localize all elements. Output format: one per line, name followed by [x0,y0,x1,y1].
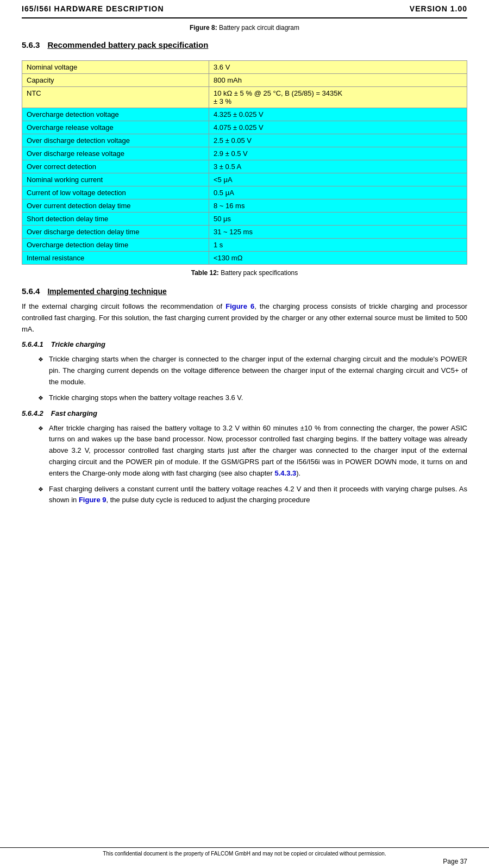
table-row: Overcharge detection voltage4.325 ± 0.02… [22,108,467,121]
table-row: Overcharge release voltage4.075 ± 0.025 … [22,121,467,134]
header-version: VERSION 1.00 [410,4,467,13]
table-caption-text: Battery pack specifications [221,269,298,277]
table-cell-value: 3 ± 0.5 A [209,160,467,173]
fast-bullet-1: After trickle charging has raised the ba… [38,423,467,479]
table-cell-label: Nominal working current [22,173,209,186]
table-cell-label: Over correct detection [22,160,209,173]
table-cell-value: 31 ~ 125 ms [209,226,467,239]
trickle-bullet-1: Trickle charging starts when the charger… [38,354,467,388]
table-row: Over discharge detection delay time31 ~ … [22,226,467,239]
table-cell-label: Over discharge release voltage [22,147,209,160]
section-563-number: 5.6.3 [22,40,40,49]
table-cell-value: 1 s [209,239,467,252]
fast-charging-bullets: After trickle charging has raised the ba… [38,423,467,507]
trickle-bullet-2: Trickle charging stops when the battery … [38,392,467,404]
table-row: Over discharge release voltage2.9 ± 0.5 … [22,147,467,160]
section-5642-number: 5.6.4.2 [22,409,43,417]
table-row: NTC10 kΩ ± 5 % @ 25 °C, B (25/85) = 3435… [22,87,467,108]
table-cell-label: NTC [22,87,209,108]
table-caption: Table 12: Battery pack specifications [22,269,467,277]
table-cell-value: 800 mAh [209,74,467,87]
trickle-charging-bullets: Trickle charging starts when the charger… [38,354,467,403]
table-cell-label: Current of low voltage detection [22,186,209,199]
figure-label: Figure 8: [190,24,217,32]
header-title: I65/I56I HARDWARE DESCRIPTION [22,4,164,13]
table-row: Over correct detection3 ± 0.5 A [22,160,467,173]
table-cell-label: Overcharge release voltage [22,121,209,134]
table-cell-value: <130 mΩ [209,252,467,265]
section-564-heading-row: 5.6.4 Implemented charging technique [22,286,467,296]
table-cell-value: 4.075 ± 0.025 V [209,121,467,134]
section-563-heading-row: 5.6.3 Recommended battery pack specifica… [22,40,467,55]
spec-table: Nominal voltage3.6 VCapacity800 mAhNTC10… [22,60,467,265]
section-564-paragraph: If the external charging circuit follows… [22,301,467,335]
section-563-heading: Recommended battery pack specification [47,40,208,49]
figure-caption: Figure 8: Battery pack circuit diagram [22,24,467,32]
table-cell-label: Over discharge detection delay time [22,226,209,239]
table-row: Overcharge detection delay time1 s [22,239,467,252]
table-cell-value: 2.5 ± 0.05 V [209,134,467,147]
table-cell-label: Over current detection delay time [22,199,209,213]
page-header: I65/I56I HARDWARE DESCRIPTION VERSION 1.… [22,0,467,18]
table-row: Short detection delay time50 μs [22,213,467,226]
table-cell-value: 0.5 μA [209,186,467,199]
table-cell-label: Capacity [22,74,209,87]
page-footer: This confidential document is the proper… [0,847,489,868]
table-cell-value: <5 μA [209,173,467,186]
ref-fig9: Figure 9 [79,496,106,504]
table-caption-label: Table 12: [191,269,221,277]
section-5641-heading-row: 5.6.4.1 Trickle charging [22,340,467,348]
table-cell-label: Overcharge detection voltage [22,108,209,121]
table-cell-value: 2.9 ± 0.5 V [209,147,467,160]
table-row: Nominal voltage3.6 V [22,61,467,74]
table-cell-value: 4.325 ± 0.025 V [209,108,467,121]
figure6-ref: Figure 6 [225,302,254,310]
table-cell-value: 10 kΩ ± 5 % @ 25 °C, B (25/85) = 3435K ±… [209,87,467,108]
section-5641-heading: Trickle charging [51,340,105,348]
footer-confidential: This confidential document is the proper… [22,851,467,857]
ref-5433: 5.4.3.3 [275,469,297,477]
table-cell-value: 8 ~ 16 ms [209,199,467,213]
fast-bullet-2: Fast charging delivers a constant curren… [38,484,467,507]
section-564-heading: Implemented charging technique [47,287,166,296]
table-cell-value: 50 μs [209,213,467,226]
figure-text: Battery pack circuit diagram [219,24,299,32]
table-row: Current of low voltage detection0.5 μA [22,186,467,199]
table-row: Over current detection delay time8 ~ 16 … [22,199,467,213]
table-cell-label: Over discharge detection voltage [22,134,209,147]
table-row: Internal resistance<130 mΩ [22,252,467,265]
section-5641-number: 5.6.4.1 [22,340,43,348]
section-564-number: 5.6.4 [22,286,40,296]
section-5642-heading-row: 5.6.4.2 Fast charging [22,409,467,417]
table-row: Nominal working current<5 μA [22,173,467,186]
table-row: Over discharge detection voltage2.5 ± 0.… [22,134,467,147]
table-row: Capacity800 mAh [22,74,467,87]
table-cell-value: 3.6 V [209,61,467,74]
table-cell-label: Overcharge detection delay time [22,239,209,252]
footer-page: Page 37 [22,858,467,865]
table-cell-label: Internal resistance [22,252,209,265]
page-container: I65/I56I HARDWARE DESCRIPTION VERSION 1.… [0,0,489,533]
table-cell-label: Short detection delay time [22,213,209,226]
table-cell-label: Nominal voltage [22,61,209,74]
section-5642-heading: Fast charging [51,409,97,417]
